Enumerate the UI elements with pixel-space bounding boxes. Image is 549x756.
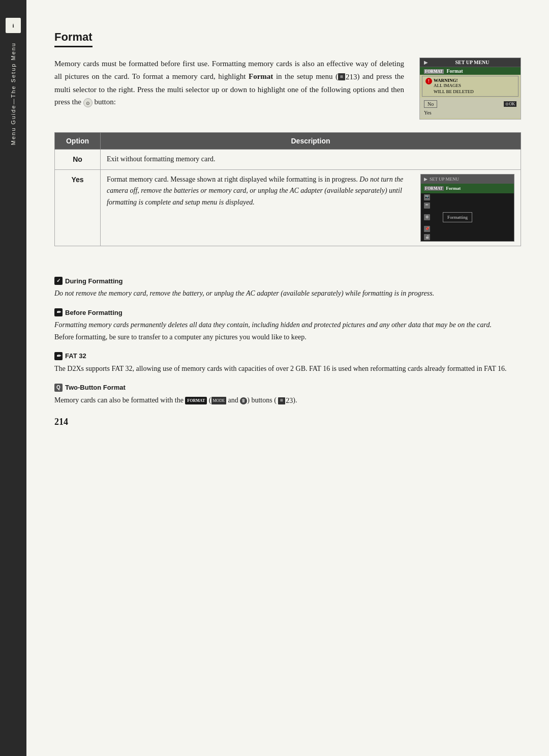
table-row-yes: Yes Format memory card. Message shown at… [55,169,521,246]
menu2-row-4: 📌 [421,225,514,233]
menu2-title: SET UP MENU [430,176,459,183]
q-icon: Q [54,384,63,392]
menu-screenshot-1: ▶ SET UP MENU FORMAT Format ! WARNING! A… [419,57,521,120]
enter-button-icon: ⊙ [83,98,93,107]
menu1-option-no: No [424,100,437,108]
menu2-play-icon: ▶ [424,176,428,183]
note-before-normal: Before formatting, be sure to transfer t… [54,331,521,343]
menu1-option-yes: Yes [424,110,432,115]
formatting-label: Formatting [443,212,472,222]
menu2-active-format: FORMAT Format [421,184,514,193]
menu2-camera-icon: 📷 [424,194,430,200]
menu2-row-3: ⚙ Formatting [421,210,514,225]
warning-icon: ! [425,78,432,84]
note-twobutton: Q Two-Button Format Memory cards can als… [54,384,521,406]
menu1-fmt-badge: FORMAT [424,69,444,74]
menu2-row-1: 📷 [421,193,514,201]
menu-screenshot-2: ▶ SET UP MENU FORMAT Format 📷 [420,174,514,242]
col-option-header: Option [55,133,101,150]
menu2-body: FORMAT Format 📷 ✏ ⚙ [421,184,514,241]
note-before-italic: Formatting memory cards permanently dele… [54,319,521,331]
fat32-pencil-icon: ✏ [54,352,63,360]
sidebar-vertical-label: Menu Guide—The Setup Menu [10,42,16,145]
menu2-settings-icon: ⚙ [424,214,430,220]
pencil-icon: ✏ [54,308,63,316]
page-ref-1: ⊞213 [338,71,357,83]
menu1-header: ▶ SET UP MENU [420,58,521,67]
menu1-active-format: FORMAT Format [420,67,521,75]
note-before: ✏ Before Formatting Formatting memory ca… [54,308,521,342]
page-ref-icon: ⊞ [338,73,345,80]
menu1-warning-title: WARNING! [434,78,474,83]
option-no-description: Exit without formatting memory card. [101,150,521,169]
option-yes-description: Format memory card. Message shown at rig… [101,169,521,246]
intro-section: Memory cards must be formatted before fi… [54,57,521,120]
option-yes-label: Yes [55,169,101,246]
page-title: Format [54,31,93,47]
note-fat32: ✏ FAT 32 The D2Xs supports FAT 32, allow… [54,352,521,374]
twobutton-ref: ⊞ 23 [278,395,293,406]
menu2-fmt-badge: FORMAT [424,186,444,191]
note-before-title: ✏ Before Formatting [54,308,521,316]
menu2-row-5: 🖨 [421,233,514,241]
check-icon: ✓ [54,277,63,285]
yes-row-content: Format memory card. Message shown at rig… [107,174,514,242]
page-number: 214 [54,417,521,427]
menu1-warning-line1: ALL IMAGES [434,83,474,89]
menu2-row-2: ✏ [421,201,514,210]
menu1-format-label: Format [446,68,463,74]
menu2-print-icon: 🖨 [424,234,430,240]
col-description-header: Description [101,133,521,150]
table-header-row: Option Description [55,133,521,150]
menu2-header: ▶ SET UP MENU [421,175,514,184]
sidebar: i Menu Guide—The Setup Menu [0,0,26,756]
menu1-title: SET UP MENU [455,60,489,65]
yes-desc-text: Format memory card. Message shown at rig… [107,174,413,242]
note-during: ✓ During Formatting Do not remove the me… [54,277,521,299]
twobutton-text-pre: Memory cards can also be formatted with … [54,396,184,404]
main-content: Format Memory cards must be formatted be… [26,0,549,756]
menu1-option-yes-row: Yes [424,109,516,116]
menu1-option-no-row: No ⊙OK [424,100,516,108]
menu-icon: i [6,18,21,33]
note-during-body: Do not remove the memory card, remove th… [54,287,521,299]
format-button-icon: FORMAT [185,397,207,404]
intro-text-2: in the setup menu ( [273,72,338,80]
note-fat32-body: The D2Xs supports FAT 32, allowing use o… [54,363,521,374]
note-during-title: ✓ During Formatting [54,277,521,285]
menu1-warning-line2: WILL BE DELETED [434,89,474,95]
twobutton-text-post: buttons ( [251,396,276,404]
menu1-options: No ⊙OK Yes [420,98,521,118]
intro-text: Memory cards must be formatted before fi… [54,57,404,120]
options-table: Option Description No Exit without forma… [54,132,521,246]
note-twobutton-title: Q Two-Button Format [54,384,521,392]
option-no-label: No [55,150,101,169]
menu2-pin-icon: 📌 [424,226,430,232]
spacer [54,256,521,277]
menu2-format-label: Format [446,186,461,191]
trash-icon: 🗑 [240,397,247,404]
yes-normal-text: Format memory card. Message shown at rig… [107,176,359,183]
mode-icon: MODE [211,397,227,404]
note-twobutton-body: Memory cards can also be formatted with … [54,394,521,406]
menu1-ok-badge: ⊙OK [504,101,516,107]
table-row-no: No Exit without formatting memory card. [55,150,521,169]
menu1-play-icon: ▶ [424,60,428,65]
intro-bold: Format [249,72,273,80]
note-fat32-title: ✏ FAT 32 [54,352,521,360]
menu2-pencil-icon: ✏ [424,202,430,209]
intro-text-4: button: [93,98,116,106]
twobutton-ref-icon: ⊞ [278,397,285,404]
